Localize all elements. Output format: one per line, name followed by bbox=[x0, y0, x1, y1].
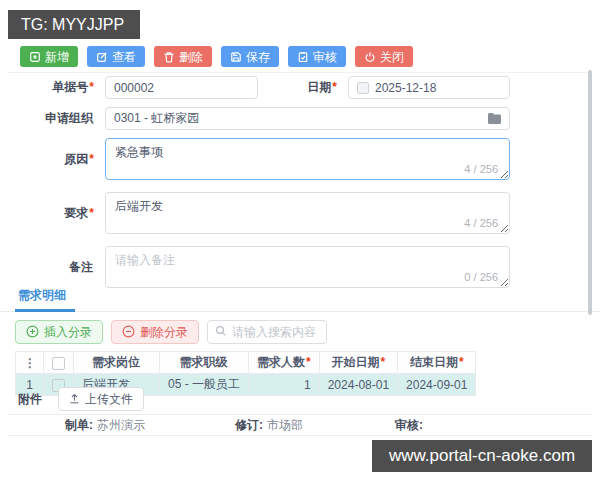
org-label: 申请组织 bbox=[0, 110, 105, 127]
delete-row-button[interactable]: 删除分录 bbox=[111, 320, 199, 344]
trash-icon bbox=[163, 51, 175, 63]
form-row-org: 申请组织 bbox=[0, 107, 510, 130]
creator-cell: 制单:苏州演示 bbox=[65, 415, 145, 435]
audit-footer: 制单:苏州演示 修订:市场部 审核: bbox=[8, 414, 592, 436]
upload-icon bbox=[69, 393, 80, 406]
org-field[interactable] bbox=[105, 107, 510, 130]
auditor-cell: 审核: bbox=[395, 415, 427, 435]
column-header-end-date: 结束日期* bbox=[398, 352, 476, 374]
vertical-scrollbar[interactable] bbox=[588, 70, 592, 315]
column-header-count: 需求人数* bbox=[249, 352, 320, 374]
doc-no-label: 单据号* bbox=[0, 79, 105, 96]
folder-icon[interactable] bbox=[488, 113, 501, 124]
upload-file-button[interactable]: 上传文件 bbox=[58, 387, 144, 411]
delete-row-label: 删除分录 bbox=[140, 326, 188, 338]
modifier-value: 市场部 bbox=[267, 418, 303, 432]
date-label: 日期* bbox=[258, 79, 348, 96]
reason-label: 原因* bbox=[0, 151, 105, 168]
column-header-post: 需求岗位 bbox=[74, 352, 160, 374]
toolbar: 新增 查看 删除 保存 审核 关闭 bbox=[20, 46, 413, 67]
row-start-date-cell[interactable]: 2024-08-01 bbox=[319, 374, 397, 396]
url-watermark: www.portal-cn-aoke.com bbox=[372, 440, 592, 472]
date-input[interactable] bbox=[375, 81, 501, 95]
close-button-label: 关闭 bbox=[380, 51, 404, 63]
drag-handle-icon: ⋮ bbox=[24, 356, 35, 370]
panel-top-border bbox=[8, 72, 592, 73]
upload-file-label: 上传文件 bbox=[85, 393, 133, 405]
circle-minus-icon bbox=[122, 325, 135, 340]
column-header-start-date: 开始日期* bbox=[319, 352, 397, 374]
save-button[interactable]: 保存 bbox=[221, 46, 279, 67]
delete-button-label: 删除 bbox=[179, 51, 203, 63]
audit-button-label: 审核 bbox=[313, 51, 337, 63]
doc-no-field[interactable] bbox=[105, 76, 258, 99]
detail-actions: 插入分录 删除分录 bbox=[15, 320, 600, 344]
auditor-label: 审核: bbox=[395, 418, 423, 432]
select-all-header bbox=[44, 352, 74, 374]
attachment-label: 附件 bbox=[18, 391, 42, 408]
file-plus-icon bbox=[29, 51, 41, 63]
modifier-cell: 修订:市场部 bbox=[235, 415, 303, 435]
detail-search-field[interactable] bbox=[207, 320, 327, 344]
reason-textarea[interactable]: 紧急事项 bbox=[105, 138, 510, 180]
close-button[interactable]: 关闭 bbox=[355, 46, 413, 67]
attachment-row: 附件 上传文件 bbox=[0, 387, 144, 411]
form-row-requirement: 要求* 后端开发 4 / 256 bbox=[0, 192, 510, 234]
reason-field: 紧急事项 4 / 256 bbox=[105, 138, 510, 180]
creator-label: 制单: bbox=[65, 418, 93, 432]
view-button-label: 查看 bbox=[112, 51, 136, 63]
insert-row-label: 插入分录 bbox=[44, 326, 92, 338]
add-button-label: 新增 bbox=[45, 51, 69, 63]
creator-value: 苏州演示 bbox=[97, 418, 145, 432]
date-field[interactable] bbox=[348, 76, 510, 99]
requirement-textarea[interactable]: 后端开发 bbox=[105, 192, 510, 234]
detail-search-input[interactable] bbox=[232, 325, 319, 339]
tg-watermark: TG: MYYJJPP bbox=[8, 10, 140, 39]
search-icon bbox=[215, 325, 227, 340]
power-icon bbox=[364, 51, 376, 63]
add-button[interactable]: 新增 bbox=[20, 46, 78, 67]
edit-icon bbox=[96, 51, 108, 63]
active-tab-indicator bbox=[15, 309, 75, 312]
modifier-label: 修订: bbox=[235, 418, 263, 432]
delete-button[interactable]: 删除 bbox=[154, 46, 212, 67]
url-watermark-text: www.portal-cn-aoke.com bbox=[389, 446, 575, 466]
select-all-checkbox[interactable] bbox=[52, 357, 65, 370]
circle-plus-icon bbox=[26, 325, 39, 340]
row-end-date-cell[interactable]: 2024-09-01 bbox=[398, 374, 476, 396]
save-icon bbox=[230, 51, 242, 63]
view-button[interactable]: 查看 bbox=[87, 46, 145, 67]
remark-textarea[interactable] bbox=[105, 246, 510, 288]
form-row-reason: 原因* 紧急事项 4 / 256 bbox=[0, 138, 510, 180]
row-level-cell[interactable]: 05 - 一般员工 bbox=[160, 374, 249, 396]
drag-column-header: ⋮ bbox=[16, 352, 44, 374]
requirement-label: 要求* bbox=[0, 205, 105, 222]
document-form: 单据号* 日期* 申请组织 原因* 紧急事项 4 / 256 要求* 后端开发 … bbox=[0, 76, 510, 300]
form-row-docno-date: 单据号* 日期* bbox=[0, 76, 510, 99]
remark-label: 备注 bbox=[0, 259, 105, 276]
form-row-remark: 备注 0 / 256 bbox=[0, 246, 510, 288]
clipboard-check-icon bbox=[297, 51, 309, 63]
org-input[interactable] bbox=[114, 112, 482, 126]
requirement-field: 后端开发 4 / 256 bbox=[105, 192, 510, 234]
doc-no-input[interactable] bbox=[114, 81, 249, 95]
detail-tab-bar: 需求明细 bbox=[0, 287, 600, 312]
column-header-level: 需求职级 bbox=[160, 352, 249, 374]
insert-row-button[interactable]: 插入分录 bbox=[15, 320, 103, 344]
audit-button[interactable]: 审核 bbox=[288, 46, 346, 67]
row-count-cell[interactable]: 1 bbox=[249, 374, 320, 396]
detail-table-header-row: ⋮ 需求岗位 需求职级 需求人数* 开始日期* 结束日期* bbox=[16, 352, 476, 374]
calendar-icon bbox=[357, 82, 369, 94]
tg-watermark-text: TG: MYYJJPP bbox=[21, 16, 124, 34]
detail-section: 需求明细 插入分录 删除分录 ⋮ 需求岗位 需求职级 需求人数* 开始日期* 结… bbox=[0, 287, 600, 396]
save-button-label: 保存 bbox=[246, 51, 270, 63]
remark-field: 0 / 256 bbox=[105, 246, 510, 288]
tab-demand-detail[interactable]: 需求明细 bbox=[18, 288, 66, 302]
